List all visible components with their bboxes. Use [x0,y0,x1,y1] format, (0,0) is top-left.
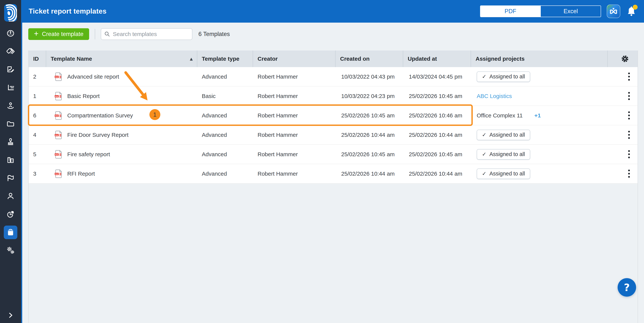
table-row[interactable]: 4 PDF Fire Door Survey Report Advanced R… [29,125,638,145]
cell-id: 2 [29,74,46,80]
cell-assigned-projects: ✓ Assigned to all [471,72,608,82]
assigned-more-link[interactable]: +1 [534,112,541,119]
assigned-to-all-button[interactable]: ✓ Assigned to all [477,168,530,179]
cell-template-name: PDF RFI Report [46,169,197,178]
cell-template-type: Advanced [197,132,253,138]
row-menu-button[interactable] [626,168,632,180]
cell-id: 3 [29,170,46,177]
search-input[interactable] [101,28,192,40]
clipboard-icon [6,228,15,237]
cell-assigned-projects: ABC Logistics [471,93,608,99]
cell-actions [608,71,638,82]
sidebar-nav [4,26,17,257]
cell-created-on: 25/02/2026 10:44 am [336,170,403,177]
row-menu-button[interactable] [626,90,632,102]
cell-updated-at: 25/02/2026 10:45 am [403,93,471,99]
table-row[interactable]: 3 PDF RFI Report Advanced Robert Hammer … [29,164,638,184]
table-row[interactable]: 5 PDF Fire safety report Advanced Robert… [29,145,638,164]
sidebar-item-reports[interactable] [4,208,17,221]
column-header-creator[interactable]: Creator [253,50,336,67]
cell-template-name: PDF Basic Report [46,92,197,101]
cell-id: 5 [29,151,46,158]
sidebar-item-site-plan[interactable] [4,99,17,112]
table-row[interactable]: 1 PDF Basic Report Basic Robert Hammer 1… [29,86,638,106]
sidebar-item-settings[interactable] [4,244,17,257]
help-button[interactable]: ? [618,278,636,296]
table-row[interactable]: 2 PDF Advanced site report Advanced Robe… [29,67,638,86]
sidebar-item-dashboard[interactable] [4,26,17,40]
assigned-project-link[interactable]: ABC Logistics [477,93,512,99]
cell-template-type: Advanced [197,151,253,158]
cell-created-on: 25/02/2026 10:44 am [336,132,403,138]
cell-creator: Robert Hammer [253,151,336,158]
sidebar-item-tags[interactable] [4,45,17,58]
cell-template-name: PDF Compartmentation Survey [46,111,197,120]
column-settings-button[interactable] [608,50,638,67]
assigned-to-all-button[interactable]: ✓ Assigned to all [477,130,530,140]
notifications-button[interactable] [626,5,637,18]
top-bar: Ticket report templates PDF Excel [22,0,644,22]
svg-text:PDF: PDF [55,154,58,156]
cell-creator: Robert Hammer [253,74,336,80]
column-header-assigned-projects[interactable]: Assigned projects [471,50,608,67]
stamp-icon [6,138,15,146]
analytics-icon [6,83,15,92]
sidebar-item-documents[interactable] [4,117,17,130]
cell-id: 4 [29,132,46,138]
table-row-highlighted[interactable]: 6 PDF Compartmentation Survey Advanced R… [29,106,638,125]
sidebar-item-users[interactable] [4,190,17,203]
svg-text:PDF: PDF [55,76,58,78]
cell-assigned-projects: ✓ Assigned to all [471,168,608,179]
pdf-file-icon: PDF [54,111,62,120]
cell-template-name: PDF Advanced site report [46,72,197,81]
sidebar-item-companies[interactable] [4,153,17,167]
column-header-created-on[interactable]: Created on [336,50,403,67]
cell-updated-at: 25/02/2026 10:44 am [403,170,471,177]
cell-updated-at: 25/02/2026 10:44 am [403,132,471,138]
cell-assigned-projects: ✓ Assigned to all [471,130,608,140]
chevron-right-icon [7,312,14,318]
sidebar-item-ticket-report-templates[interactable] [4,226,17,239]
cell-creator: Robert Hammer [253,93,336,99]
row-menu-button[interactable] [626,148,632,160]
column-header-id[interactable]: ID [29,50,46,67]
assigned-to-all-button[interactable]: ✓ Assigned to all [477,72,530,82]
format-toggle-excel[interactable]: Excel [540,6,601,17]
sidebar-item-ticket-edit[interactable] [4,63,17,76]
cell-creator: Robert Hammer [253,170,336,177]
sidebar-item-flags[interactable] [4,171,17,185]
format-toggle-pdf[interactable]: PDF [480,6,540,17]
cell-creator: Robert Hammer [253,112,336,119]
assigned-to-all-button[interactable]: ✓ Assigned to all [477,149,530,160]
cell-actions [608,90,638,102]
cell-creator: Robert Hammer [253,132,336,138]
column-header-template-name[interactable]: Template Name ▲ [46,50,197,67]
check-icon: ✓ [482,170,486,177]
table-header-row: ID Template Name ▲ Template type Creator… [29,50,638,67]
pdf-file-icon: PDF [54,130,62,140]
column-header-updated-at[interactable]: Updated at [403,50,471,67]
row-menu-button[interactable] [626,71,632,82]
column-header-template-type[interactable]: Template type [197,50,253,67]
sort-asc-icon: ▲ [190,56,193,61]
app-logo[interactable] [4,4,17,22]
check-icon: ✓ [482,132,486,138]
search-box [101,28,192,40]
sidebar-item-analytics[interactable] [4,81,17,94]
buildings-icon [6,156,15,164]
svg-text:PDF: PDF [55,173,58,175]
check-icon: ✓ [482,74,486,80]
template-name-text: Fire Door Survey Report [67,132,128,138]
svg-text:PDF: PDF [55,114,58,117]
sidebar-item-approvals[interactable] [4,135,17,149]
cell-id: 1 [29,93,46,99]
row-menu-button[interactable] [626,110,632,121]
sidebar-expand-toggle[interactable] [0,312,21,318]
row-menu-button[interactable] [626,129,632,141]
ai-assistant-icon [609,7,618,16]
create-template-button[interactable]: + Create template [28,28,89,40]
template-name-text: Basic Report [67,93,100,99]
pie-chart-icon [6,210,15,218]
ai-assistant-button[interactable] [607,4,620,18]
format-toggle: PDF Excel [480,6,601,17]
